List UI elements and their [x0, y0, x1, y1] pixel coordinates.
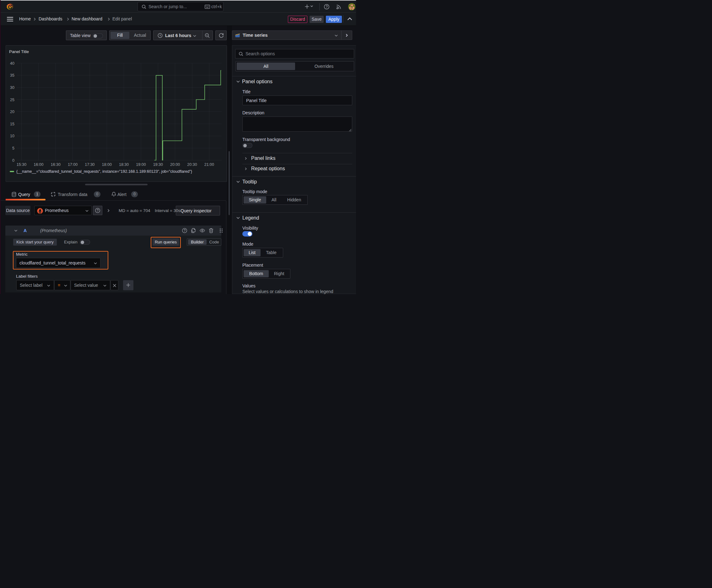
svg-text:30: 30: [10, 85, 15, 90]
svg-text:40: 40: [10, 61, 15, 66]
svg-text:17:30: 17:30: [85, 162, 94, 167]
svg-text:20:00: 20:00: [170, 162, 180, 167]
svg-text:35: 35: [10, 73, 15, 78]
svg-text:5: 5: [12, 146, 15, 150]
svg-text:18:30: 18:30: [119, 162, 129, 167]
svg-text:19:00: 19:00: [136, 162, 146, 167]
svg-text:15:30: 15:30: [17, 162, 26, 167]
svg-text:16:00: 16:00: [34, 162, 43, 167]
svg-text:17:00: 17:00: [68, 162, 78, 167]
svg-text:16:30: 16:30: [51, 162, 61, 167]
svg-text:20: 20: [10, 110, 15, 114]
svg-text:21:00: 21:00: [204, 162, 214, 167]
svg-text:15: 15: [10, 122, 15, 126]
svg-text:20:30: 20:30: [187, 162, 197, 167]
svg-text:18:00: 18:00: [102, 162, 112, 167]
svg-text:19:30: 19:30: [153, 162, 163, 167]
svg-text:10: 10: [10, 134, 15, 138]
svg-text:0: 0: [12, 158, 15, 163]
svg-text:25: 25: [10, 98, 15, 102]
